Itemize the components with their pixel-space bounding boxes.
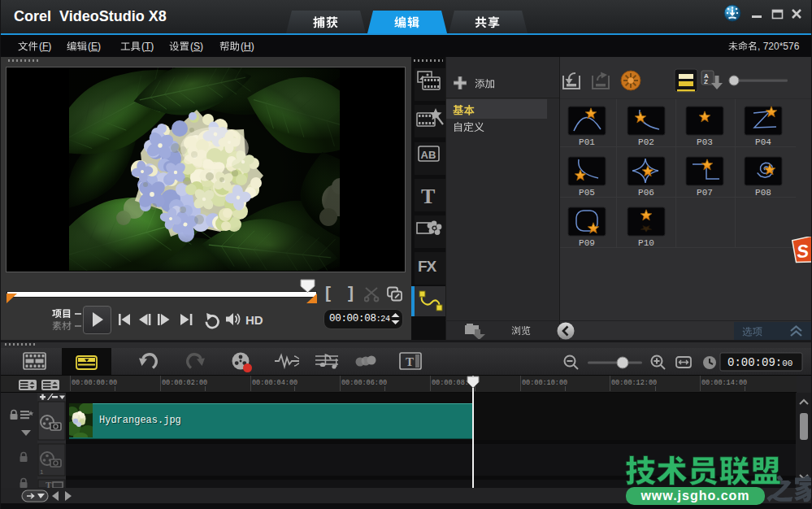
svg-text:T: T bbox=[406, 355, 414, 368]
svg-text:AB: AB bbox=[421, 149, 436, 161]
svg-text:P06: P06 bbox=[638, 188, 654, 198]
svg-text:P10: P10 bbox=[638, 238, 654, 248]
svg-text:Z: Z bbox=[704, 78, 708, 85]
svg-text:1: 1 bbox=[40, 468, 44, 476]
svg-text:P02: P02 bbox=[638, 137, 654, 147]
svg-text:P07: P07 bbox=[697, 188, 713, 198]
svg-text:T: T bbox=[46, 480, 52, 488]
svg-text:00:00:02:00: 00:00:02:00 bbox=[162, 379, 207, 387]
svg-text:S: S bbox=[796, 241, 810, 262]
svg-text:00:00:14:00: 00:00:14:00 bbox=[701, 379, 747, 387]
svg-text:00:00:12:00: 00:00:12:00 bbox=[611, 379, 657, 387]
svg-text:FX: FX bbox=[418, 258, 437, 275]
svg-text:P09: P09 bbox=[579, 238, 595, 248]
svg-text:00:00:04:00: 00:00:04:00 bbox=[252, 379, 297, 387]
svg-text:P01: P01 bbox=[579, 137, 595, 147]
svg-text:P05: P05 bbox=[579, 188, 595, 198]
svg-text:00:00:00:00: 00:00:00:00 bbox=[72, 379, 117, 387]
svg-text:T: T bbox=[421, 185, 435, 208]
svg-text:P08: P08 bbox=[755, 188, 771, 198]
svg-text:P03: P03 bbox=[697, 137, 713, 147]
svg-text:P04: P04 bbox=[755, 137, 771, 147]
svg-text:00:00:10:00: 00:00:10:00 bbox=[522, 379, 567, 387]
svg-text:00:00:06:00: 00:00:06:00 bbox=[341, 379, 387, 387]
svg-text:0:00:09:00: 0:00:09:00 bbox=[727, 356, 792, 369]
svg-text:HD: HD bbox=[245, 313, 263, 327]
